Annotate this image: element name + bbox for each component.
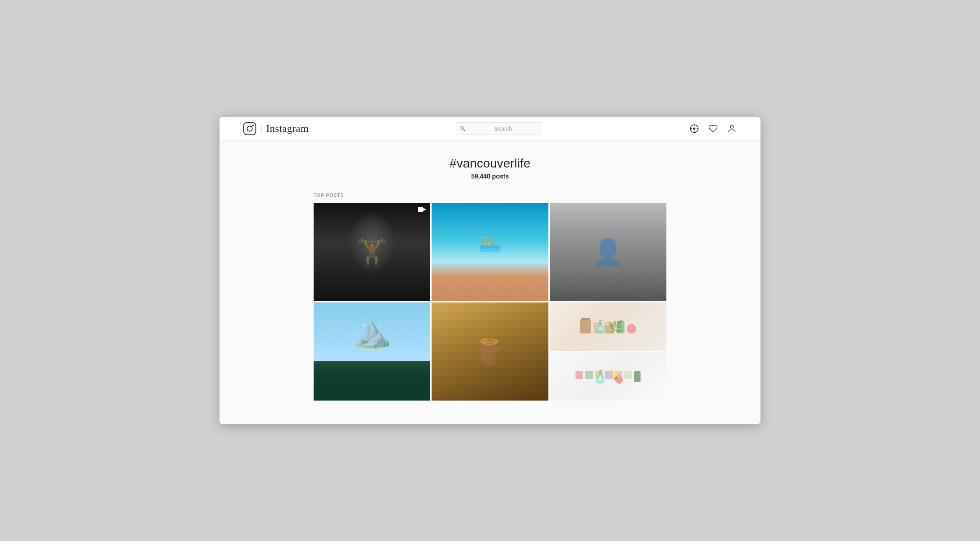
post-item-pool[interactable] [432,203,548,301]
browser-window: Instagram 🔍 [220,117,760,424]
hashtag-header: #vancouverlife 59,440 posts [220,156,760,180]
hashtag-count: 59,440 posts [220,173,760,180]
hashtag-title: #vancouverlife [220,156,760,171]
post-overlay [314,302,430,401]
svg-point-1 [247,126,252,131]
svg-point-8 [693,128,695,129]
post-overlay [432,203,548,301]
instagram-logo-icon [243,122,256,135]
search-input[interactable] [456,122,542,135]
svg-point-2 [252,124,254,126]
post-overlay [314,203,430,301]
heart-icon[interactable] [708,124,718,134]
post-item-mountain[interactable] [314,302,430,401]
profile-icon[interactable] [727,124,737,134]
post-overlay [432,302,548,401]
post-overlay [550,352,666,401]
main-content: #vancouverlife 59,440 posts TOP POSTS [220,140,760,424]
post-overlay [550,203,666,301]
svg-point-9 [730,125,733,128]
nav-icons [689,124,737,134]
search-area[interactable]: 🔍 [456,122,542,135]
posts-section: TOP POSTS [306,193,674,401]
post-item-gym[interactable] [314,203,430,301]
search-icon: 🔍 [460,126,466,131]
post-item-products-bottom[interactable] [550,352,666,401]
post-overlay [550,302,666,351]
posts-grid [314,203,666,401]
svg-rect-0 [244,122,256,135]
logo-area: Instagram [243,122,309,135]
post-item-products-split [550,302,666,401]
compass-icon[interactable] [689,124,699,134]
navbar: Instagram 🔍 [220,117,760,140]
top-posts-label: TOP POSTS [314,193,666,198]
post-item-wood[interactable] [432,302,548,401]
post-item-products-top[interactable] [550,302,666,351]
logo-divider [261,123,261,134]
logo-text: Instagram [266,123,309,135]
post-item-person[interactable] [550,203,666,301]
